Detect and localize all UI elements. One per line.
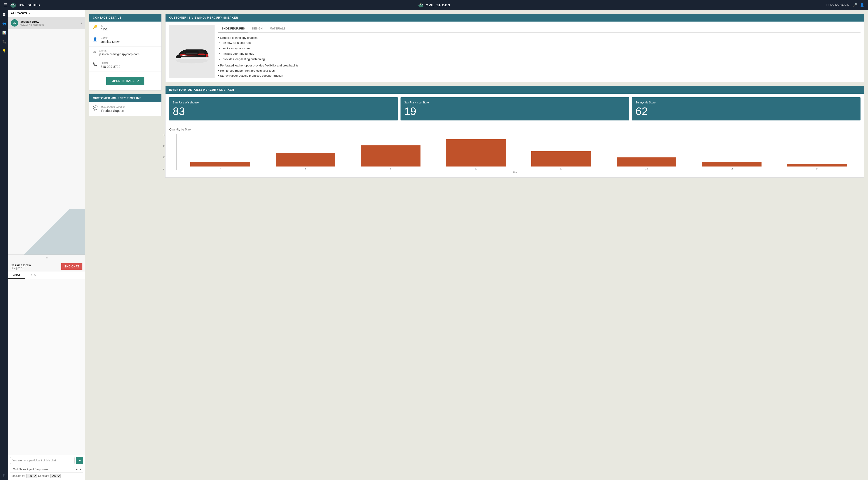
product-tab-design[interactable]: DESIGN [248, 25, 266, 32]
open-maps-button[interactable]: OPEN IN MAPS ↗ [106, 77, 145, 85]
field-name-value: Jessica Drew [101, 40, 119, 43]
svg-point-9 [420, 4, 420, 5]
field-phone-content: Phone 518-299-8722 [101, 62, 120, 69]
inventory-stores: San Jose Warehouse 83 San Francisco Stor… [165, 94, 864, 124]
content-area: CONTACT DETAILS 🔑 ID 4151 👤 [85, 10, 868, 480]
owl-icon-center [417, 2, 424, 8]
chat-user-info: Jessica Drew Live | 00:01 [11, 263, 31, 270]
end-chat-button[interactable]: END CHAT [61, 263, 83, 270]
right-col: CUSTOMER IS VIEWING: MERCURY SNEAKER [165, 13, 864, 476]
sidebar-icon-phone[interactable]: 📞 [1, 39, 7, 44]
feature-2: wicks away moisture [223, 46, 861, 51]
nav-center: OWL SHOES [417, 2, 451, 8]
translate-language-select[interactable]: EN [26, 474, 37, 478]
chat-user-name: Jessica Drew [11, 263, 31, 267]
chat-bottom: ≡ Jessica Drew Live | 00:01 END CHAT CHA… [8, 254, 85, 480]
id-icon: 🔑 [93, 25, 97, 29]
tab-chat[interactable]: CHAT [8, 272, 25, 279]
chat-user-status: Live | 00:01 [11, 267, 31, 270]
features-main: • Ortholite technology enables: [218, 35, 861, 40]
field-id-value: 4151 [101, 28, 107, 31]
sidebar-icon-lightbulb[interactable]: 💡 [1, 48, 7, 54]
top-nav: ☰ OWL SHOES OWL SHOES +16502784607 🎤 [0, 0, 868, 10]
bar-group-8: 8 [263, 153, 348, 170]
sidebar-icon-settings[interactable]: ⚙ [2, 473, 7, 478]
task-info: Jessica Drew 00:01 | No messages [21, 20, 79, 26]
product-info: SHOE FEATURES DESIGN MATERIALS • Ortholi… [215, 25, 861, 78]
drag-bar[interactable]: ≡ [8, 255, 85, 262]
chat-input[interactable] [10, 457, 75, 464]
y-axis: 60 40 20 0 [163, 134, 165, 170]
bar-group-12: 12 [604, 158, 689, 170]
bar-group-10: 10 [433, 139, 519, 170]
tab-info[interactable]: INFO [25, 272, 41, 279]
send-button[interactable]: ➤ [76, 457, 83, 464]
all-tasks-header[interactable]: ALL TASKS ▾ [8, 10, 85, 17]
agent-response-row: Owl Shoes Agent Responses ▾ [10, 466, 83, 473]
user-avatar-button[interactable]: 👤 [860, 3, 864, 7]
task-item[interactable]: JD Jessica Drew 00:01 | No messages ▸ [8, 17, 85, 29]
sidebar-icon-menu[interactable]: ☰ [2, 12, 7, 17]
sidebar-icon-users[interactable]: 👥 [1, 21, 7, 26]
send-as-label: Send as: [38, 474, 49, 478]
svg-point-6 [418, 3, 423, 7]
contact-field-phone: 📞 Phone 518-299-8722 [89, 59, 161, 71]
bar-label-12: 12 [645, 167, 648, 170]
svg-point-3 [11, 4, 12, 5]
store-count-sv: 62 [636, 106, 857, 117]
field-email-value: jessica.drew@hspycorp.com [99, 53, 140, 56]
store-box-sj: San Jose Warehouse 83 [169, 97, 398, 121]
contact-field-id: 🔑 ID 4151 [89, 22, 161, 34]
bar-group-13: 13 [689, 162, 774, 170]
sidebar-icon-charts[interactable]: 📊 [1, 30, 7, 35]
chart-title: Quantity by Size [169, 128, 861, 131]
left-panel-bg [8, 29, 85, 254]
phone-icon: 📞 [93, 62, 97, 66]
store-count-sf: 19 [404, 106, 625, 117]
bar-label-13: 13 [731, 167, 733, 170]
bar-group-9: 9 [348, 145, 433, 170]
field-id-label: ID [101, 24, 107, 27]
triangle-decoration [8, 209, 85, 254]
all-tasks-chevron: ▾ [28, 12, 30, 15]
feature-extra-1: • Perforated leather upper provides flex… [218, 63, 861, 68]
brand-name-center: OWL SHOES [426, 3, 451, 7]
svg-point-0 [10, 3, 16, 8]
field-email-label: Email [99, 49, 140, 52]
brand-logo-left: OWL SHOES [9, 1, 40, 9]
product-tab-materials[interactable]: MATERIALS [266, 25, 289, 32]
svg-point-10 [421, 4, 422, 5]
owl-icon-left [9, 1, 17, 9]
product-tab-features[interactable]: SHOE FEATURES [218, 25, 248, 32]
journey-item: 💬 09/11/2019 03:06pm Product Support [89, 102, 161, 116]
product-card-body: SHOE FEATURES DESIGN MATERIALS • Ortholi… [165, 22, 864, 82]
journey-item-content: 09/11/2019 03:06pm Product Support [101, 105, 126, 112]
bar-chart-inner: 7891011121314 [177, 134, 861, 170]
mic-button[interactable]: 🎤 [852, 3, 857, 7]
left-panel: ALL TASKS ▾ JD Jessica Drew 00:01 | No m… [8, 10, 85, 480]
send-as-select[interactable]: AS [51, 474, 61, 478]
journey-time: 09/11/2019 03:06pm [101, 105, 126, 108]
y-tick-60: 60 [163, 134, 165, 136]
agent-response-select[interactable]: Owl Shoes Agent Responses [12, 468, 79, 471]
journey-card: CUSTOMER JOURNEY TIMELINE 💬 09/11/2019 0… [89, 94, 162, 116]
store-count-sj: 83 [173, 106, 394, 117]
store-name-sv: Sunnyvale Store [636, 101, 857, 104]
hamburger-button[interactable]: ☰ [4, 2, 7, 7]
phone-display: +16502784607 [826, 3, 850, 7]
bar-label-11: 11 [560, 167, 562, 170]
contact-card-body: 🔑 ID 4151 👤 Name Jessica Drew [89, 22, 161, 90]
journey-icon: 💬 [93, 105, 98, 111]
task-time: 00:01 [21, 23, 27, 26]
task-status: No messages [29, 23, 44, 26]
svg-point-4 [14, 4, 15, 5]
dropdown-arrow: ▾ [80, 468, 81, 471]
bar-10 [446, 139, 506, 167]
inventory-card-header: INVENTORY DETAILS: MERCURY SNEAKER [165, 86, 864, 94]
bar-label-9: 9 [390, 167, 392, 170]
field-phone-label: Phone [101, 62, 120, 64]
y-tick-20: 20 [163, 156, 165, 159]
contact-field-email: ✉ Email jessica.drew@hspycorp.com [89, 46, 161, 59]
main-layout: ☰ 👥 📊 📞 💡 ⚙ ALL TASKS ▾ JD Jessica Drew … [0, 10, 868, 480]
product-image-area [169, 25, 215, 78]
